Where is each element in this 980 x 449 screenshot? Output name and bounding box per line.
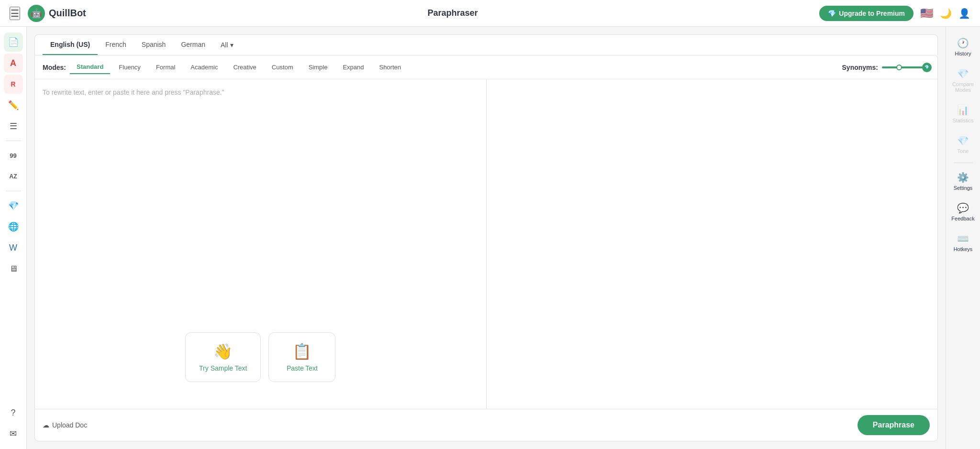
output-panel: [487, 79, 938, 409]
statistics-label: Statistics: [952, 118, 973, 123]
content-area: English (US) French Spanish German All ▾…: [27, 27, 946, 449]
mode-standard[interactable]: Standard: [70, 60, 110, 74]
sidebar-item-citation[interactable]: ☰: [4, 117, 23, 136]
left-sidebar: 📄 A R ✏️ ☰ 99 AZ 💎 🌐 W 🖥 ? ✉: [0, 27, 27, 449]
lang-tab-german[interactable]: German: [173, 35, 213, 55]
sidebar-item-translate[interactable]: AZ: [4, 167, 23, 186]
compare-label: Compare Modes: [949, 81, 977, 93]
lang-tab-french[interactable]: French: [98, 35, 134, 55]
sidebar-divider: [6, 141, 21, 141]
header-right: 💎 Upgrade to Premium 🇺🇸 🌙 👤: [819, 6, 970, 21]
sidebar-item-help[interactable]: ?: [4, 403, 23, 422]
upload-doc-button[interactable]: ☁ Upload Doc: [43, 421, 87, 429]
settings-label: Settings: [954, 185, 973, 191]
mode-fluency[interactable]: Fluency: [112, 61, 147, 74]
paraphrase-button[interactable]: Paraphrase: [858, 415, 930, 435]
try-sample-text-card[interactable]: 👋 Try Sample Text: [185, 332, 261, 382]
mode-simple[interactable]: Simple: [302, 61, 334, 74]
paste-text-card[interactable]: 📋 Paste Text: [268, 332, 335, 382]
upload-icon: ☁: [43, 421, 49, 429]
mode-formal[interactable]: Formal: [149, 61, 182, 74]
wave-icon: 👋: [213, 342, 233, 361]
sidebar-divider-2: [6, 191, 21, 191]
modes-label: Modes:: [43, 64, 66, 71]
right-sidebar-hotkeys[interactable]: ⌨️ Hotkeys: [946, 228, 980, 257]
statistics-icon: 📊: [957, 104, 969, 116]
sidebar-item-summarizer[interactable]: ✏️: [4, 96, 23, 115]
sidebar-item-paraphraser[interactable]: 📄: [4, 33, 23, 52]
logo[interactable]: 🤖 QuillBot: [28, 5, 86, 22]
history-label: History: [955, 51, 971, 56]
user-account[interactable]: 👤: [958, 8, 970, 19]
right-sidebar-tone: 💎 Tone: [946, 130, 980, 159]
synonyms-label: Synonyms:: [842, 64, 878, 71]
hamburger-menu[interactable]: ☰: [10, 7, 20, 20]
hotkeys-label: Hotkeys: [954, 246, 973, 252]
editor-body: To rewrite text, enter or paste it here …: [35, 79, 937, 409]
upgrade-button[interactable]: 💎 Upgrade to Premium: [819, 6, 913, 21]
sidebar-item-chrome[interactable]: 🌐: [4, 217, 23, 236]
right-sidebar: 🕐 History 💎 Compare Modes 📊 Statistics 💎…: [946, 27, 980, 449]
theme-toggle[interactable]: 🌙: [940, 8, 952, 19]
header: ☰ 🤖 QuillBot Paraphraser 💎 Upgrade to Pr…: [0, 0, 980, 27]
editor-footer: ☁ Upload Doc Paraphrase: [35, 409, 937, 441]
right-sidebar-compare: 💎 Compare Modes: [946, 63, 980, 98]
lang-tab-english[interactable]: English (US): [43, 35, 98, 55]
synonyms-slider[interactable]: 💎: [882, 66, 930, 68]
right-sidebar-divider: [954, 163, 973, 163]
sidebar-item-monitor[interactable]: 🖥: [4, 259, 23, 278]
mode-creative[interactable]: Creative: [226, 61, 263, 74]
header-left: ☰ 🤖 QuillBot: [10, 5, 86, 22]
sidebar-item-plagiarism[interactable]: R: [4, 75, 23, 94]
logo-text: QuillBot: [49, 8, 86, 19]
paste-text-label: Paste Text: [287, 364, 318, 372]
sidebar-item-mail[interactable]: ✉: [4, 424, 23, 443]
editor-panel: Modes: Standard Fluency Formal Academic …: [34, 55, 938, 441]
input-placeholder: To rewrite text, enter or paste it here …: [43, 87, 479, 98]
history-icon: 🕐: [957, 37, 969, 49]
mode-shorten[interactable]: Shorten: [372, 61, 408, 74]
try-sample-text-label: Try Sample Text: [199, 364, 247, 372]
language-flag[interactable]: 🇺🇸: [920, 7, 933, 20]
sidebar-item-premium[interactable]: 💎: [4, 196, 23, 215]
right-sidebar-settings[interactable]: ⚙️ Settings: [946, 167, 980, 196]
sample-cards: 👋 Try Sample Text 📋 Paste Text: [43, 323, 479, 382]
hotkeys-icon: ⌨️: [957, 233, 969, 244]
language-tabs: English (US) French Spanish German All ▾: [34, 34, 938, 55]
logo-icon: 🤖: [28, 5, 45, 22]
right-sidebar-feedback[interactable]: 💬 Feedback: [946, 197, 980, 226]
slider-thumb-start: [896, 65, 902, 70]
compare-icon: 💎: [957, 68, 969, 79]
chevron-down-icon: ▾: [230, 41, 234, 49]
tone-label: Tone: [958, 148, 969, 154]
sidebar-item-ai-detector[interactable]: 99: [4, 146, 23, 165]
lang-tab-all[interactable]: All ▾: [213, 35, 241, 55]
feedback-icon: 💬: [957, 202, 969, 214]
right-sidebar-history[interactable]: 🕐 History: [946, 33, 980, 61]
main-layout: 📄 A R ✏️ ☰ 99 AZ 💎 🌐 W 🖥 ? ✉ English (US…: [0, 27, 980, 449]
settings-icon: ⚙️: [957, 172, 969, 183]
sidebar-item-word[interactable]: W: [4, 238, 23, 257]
input-panel: To rewrite text, enter or paste it here …: [35, 79, 487, 409]
lang-tab-spanish[interactable]: Spanish: [134, 35, 174, 55]
tone-icon: 💎: [957, 135, 969, 146]
clipboard-icon: 📋: [292, 342, 312, 361]
synonyms-section: Synonyms: 💎: [842, 64, 930, 71]
diamond-icon: 💎: [828, 10, 836, 17]
slider-thumb-end: 💎: [922, 63, 932, 72]
mode-custom[interactable]: Custom: [265, 61, 300, 74]
feedback-label: Feedback: [951, 216, 974, 221]
page-title: Paraphraser: [427, 8, 478, 18]
modes-bar: Modes: Standard Fluency Formal Academic …: [35, 55, 937, 79]
sidebar-item-grammar[interactable]: A: [4, 54, 23, 73]
right-sidebar-statistics: 📊 Statistics: [946, 99, 980, 128]
mode-expand[interactable]: Expand: [336, 61, 370, 74]
mode-academic[interactable]: Academic: [184, 61, 224, 74]
